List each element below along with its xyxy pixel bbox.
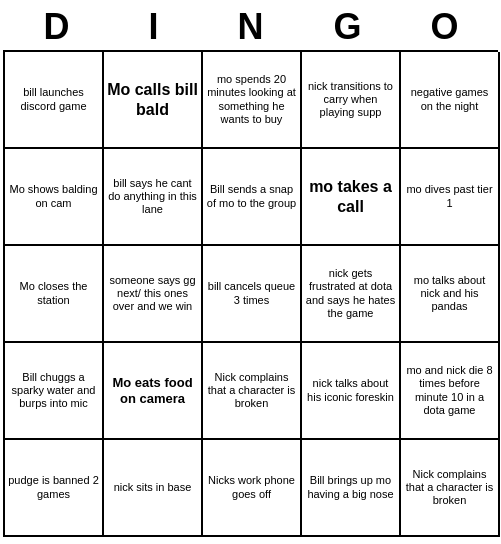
bingo-cell-r3-c2: Nick complains that a character is broke… <box>203 343 302 440</box>
bingo-cell-r0-c0: bill launches discord game <box>5 52 104 149</box>
bingo-cell-r2-c4: mo talks about nick and his pandas <box>401 246 500 343</box>
bingo-cell-r0-c3: nick transitions to carry when playing s… <box>302 52 401 149</box>
bingo-cell-r3-c0: Bill chuggs a sparky water and burps int… <box>5 343 104 440</box>
bingo-grid: bill launches discord gameMo calls bill … <box>3 50 498 537</box>
header-letter-d: D <box>12 6 102 48</box>
header-letter-o: O <box>400 6 490 48</box>
bingo-cell-r1-c0: Mo shows balding on cam <box>5 149 104 246</box>
bingo-cell-r4-c0: pudge is banned 2 games <box>5 440 104 537</box>
bingo-cell-r0-c1: Mo calls bill bald <box>104 52 203 149</box>
bingo-cell-r0-c2: mo spends 20 minutes looking at somethin… <box>203 52 302 149</box>
header-letter-n: N <box>206 6 296 48</box>
bingo-cell-r2-c2: bill cancels queue 3 times <box>203 246 302 343</box>
bingo-cell-r2-c0: Mo closes the station <box>5 246 104 343</box>
bingo-header: DINGO <box>0 0 501 50</box>
bingo-cell-r3-c1: Mo eats food on camera <box>104 343 203 440</box>
bingo-cell-r3-c4: mo and nick die 8 times before minute 10… <box>401 343 500 440</box>
bingo-cell-r2-c3: nick gets frustrated at dota and says he… <box>302 246 401 343</box>
bingo-cell-r1-c1: bill says he cant do anything in this la… <box>104 149 203 246</box>
bingo-cell-r2-c1: someone says gg next/ this ones over and… <box>104 246 203 343</box>
bingo-cell-r4-c3: Bill brings up mo having a big nose <box>302 440 401 537</box>
bingo-cell-r1-c3: mo takes a call <box>302 149 401 246</box>
bingo-cell-r0-c4: negative games on the night <box>401 52 500 149</box>
bingo-cell-r1-c2: Bill sends a snap of mo to the group <box>203 149 302 246</box>
header-letter-g: G <box>303 6 393 48</box>
bingo-cell-r4-c4: Nick complains that a character is broke… <box>401 440 500 537</box>
bingo-cell-r4-c1: nick sits in base <box>104 440 203 537</box>
bingo-cell-r1-c4: mo dives past tier 1 <box>401 149 500 246</box>
bingo-cell-r3-c3: nick talks about his iconic foreskin <box>302 343 401 440</box>
bingo-cell-r4-c2: Nicks work phone goes off <box>203 440 302 537</box>
header-letter-i: I <box>109 6 199 48</box>
